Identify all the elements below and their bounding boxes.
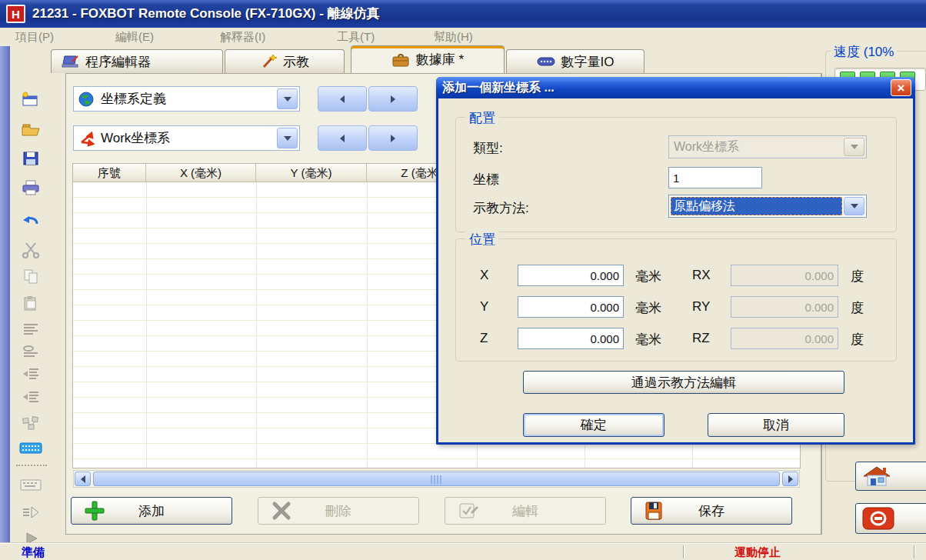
paste-icon — [18, 292, 44, 314]
tab-label: 程序編輯器 — [85, 53, 151, 71]
home-button[interactable] — [855, 462, 926, 491]
category-combo[interactable]: 坐標系定義 — [73, 86, 300, 112]
y-input[interactable] — [518, 296, 624, 318]
coordsys-prev-button[interactable] — [318, 125, 367, 151]
x-input[interactable] — [518, 265, 624, 286]
connector-icon — [537, 55, 555, 68]
indent-2-icon — [18, 386, 44, 408]
plus-icon — [84, 500, 105, 522]
edit-pad-icon — [458, 501, 479, 521]
chevron-down-icon — [284, 136, 291, 141]
stop-button[interactable] — [855, 503, 926, 534]
teach-edit-button[interactable]: 通過示教方法編輯 — [523, 371, 844, 394]
floppy-icon — [644, 500, 664, 522]
ok-button[interactable]: 確定 — [523, 413, 665, 437]
menu-item-help[interactable]: 幫助(H) — [434, 28, 473, 46]
add-button[interactable]: 添加 — [71, 497, 232, 525]
delete-x-icon — [271, 500, 292, 522]
tab-label: 數字量IO — [561, 53, 615, 71]
close-icon[interactable]: × — [891, 79, 911, 96]
run-steps-icon — [18, 502, 44, 523]
position-group-label: 位置 — [465, 231, 499, 248]
menu-item-project[interactable]: 項目(P) — [15, 28, 54, 46]
left-toolbar — [10, 46, 65, 542]
tab-label: 示教 — [283, 53, 309, 71]
unit-mm: 毫米 — [635, 299, 661, 317]
left-edge-strip — [0, 46, 10, 555]
coordsys-type-dropdown-button[interactable] — [277, 128, 298, 148]
cancel-button[interactable]: 取消 — [708, 413, 844, 437]
menu-item-interpreter[interactable]: 解釋器(I) — [220, 28, 265, 46]
save-button-label: 保存 — [698, 502, 724, 520]
category-next-button[interactable] — [368, 86, 418, 112]
home-icon — [862, 465, 891, 488]
unit-deg: 度 — [851, 299, 864, 317]
coordsys-type-combo[interactable]: Work坐標系 — [73, 125, 300, 151]
grid-line — [367, 182, 368, 468]
grid-line — [256, 182, 257, 468]
save-list-button[interactable]: 保存 — [631, 497, 792, 525]
new-window-icon[interactable] — [18, 89, 44, 111]
scrollbar-thumb[interactable] — [93, 472, 780, 486]
axes-icon — [78, 130, 95, 147]
arrow-right-icon — [391, 95, 395, 103]
edit-button-label: 編輯 — [512, 502, 538, 520]
edit-button: 編輯 — [445, 497, 606, 525]
open-folder-icon[interactable] — [18, 118, 44, 140]
chevron-down-icon — [851, 204, 858, 208]
unit-deg: 度 — [851, 268, 864, 285]
align-lines-2-icon — [18, 342, 44, 363]
teach-method-dropdown-button[interactable] — [844, 197, 864, 215]
type-combo: Work坐標系 — [668, 135, 867, 158]
status-separator — [914, 545, 914, 558]
axis-label-x: X — [480, 268, 488, 283]
status-bar: 準備 運動停止 — [0, 542, 926, 560]
align-lines-icon — [18, 318, 44, 340]
wand-icon — [260, 54, 277, 69]
scrollbar-grip — [431, 475, 443, 484]
status-ready: 準備 — [22, 545, 45, 560]
coord-input[interactable] — [668, 167, 762, 188]
chevron-down-icon — [851, 145, 858, 149]
virtual-keyboard-icon[interactable] — [18, 437, 44, 458]
teach-method-combo-value: 原點偏移法 — [671, 197, 842, 215]
category-prev-button[interactable] — [318, 86, 367, 112]
coordsys-next-button[interactable] — [368, 125, 418, 151]
app-logo-icon: H — [6, 5, 25, 23]
scroll-left-button[interactable] — [75, 472, 91, 486]
globe-icon — [78, 91, 95, 108]
chevron-down-icon — [284, 97, 291, 102]
save-icon[interactable] — [18, 148, 44, 169]
unit-mm: 毫米 — [635, 331, 661, 348]
teach-method-label: 示教方法: — [473, 199, 529, 217]
coordsys-type-combo-value: Work坐標系 — [101, 129, 170, 147]
type-label: 類型: — [473, 139, 503, 157]
menu-item-tools[interactable]: 工具(T) — [337, 28, 375, 46]
status-motion-stopped: 運動停止 — [734, 545, 781, 560]
indent-1-icon — [18, 363, 44, 385]
scroll-right-button[interactable] — [782, 472, 798, 486]
undo-icon[interactable] — [18, 209, 44, 231]
category-combo-value: 坐標系定義 — [101, 90, 166, 108]
title-bar: H 21231 - FOXBOT Remote Console (FX-710G… — [0, 0, 926, 28]
dialog-title-bar[interactable]: 添加一個新坐標系 ... × — [436, 77, 915, 98]
column-header-y: Y (毫米) — [256, 164, 367, 182]
window-title: 21231 - FOXBOT Remote Console (FX-710GX)… — [32, 0, 380, 28]
menu-item-edit[interactable]: 編輯(E) — [115, 28, 154, 46]
arrow-left-icon — [81, 475, 85, 483]
tab-database[interactable]: 數據庫 * — [351, 45, 505, 73]
arrow-left-icon — [340, 95, 345, 103]
tab-digital-io[interactable]: 數字量IO — [506, 49, 645, 73]
z-input[interactable] — [518, 328, 624, 349]
delete-button-label: 刪除 — [325, 502, 351, 520]
coord-label: 坐標 — [473, 171, 499, 188]
unit-deg: 度 — [851, 331, 864, 348]
category-combo-dropdown-button[interactable] — [277, 88, 298, 109]
rx-input — [731, 265, 838, 286]
tab-teach[interactable]: 示教 — [225, 49, 345, 73]
teach-method-combo[interactable]: 原點偏移法 — [668, 195, 867, 218]
add-coordsys-dialog: 添加一個新坐標系 ... × 配置 類型: Work坐標系 坐標 示教方法: 原… — [436, 77, 915, 445]
tab-program-editor[interactable]: 程序編輯器 — [51, 49, 223, 73]
horizontal-scrollbar[interactable] — [73, 470, 800, 488]
print-icon[interactable] — [18, 177, 44, 198]
